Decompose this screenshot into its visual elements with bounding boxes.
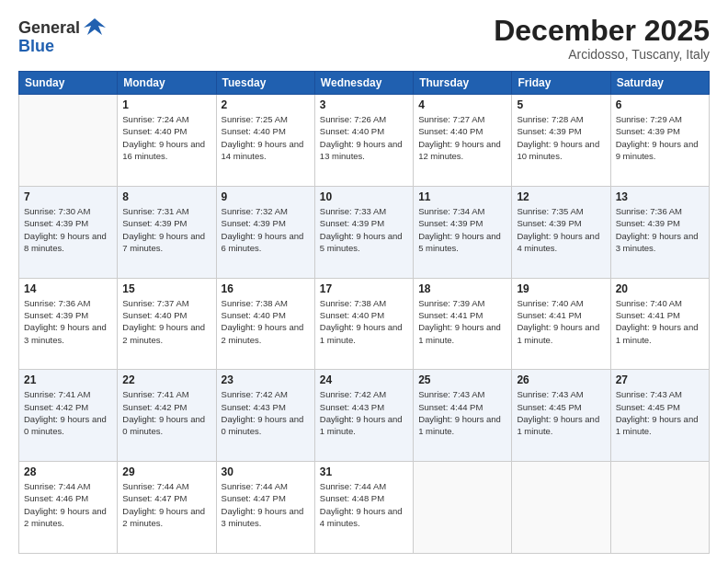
day-number: 10 (320, 190, 408, 203)
day-number: 23 (222, 373, 310, 386)
day-info: Sunrise: 7:34 AMSunset: 4:39 PMDaylight:… (418, 205, 506, 254)
calendar-cell: 8Sunrise: 7:31 AMSunset: 4:39 PMDaylight… (118, 186, 216, 278)
calendar-cell: 21Sunrise: 7:41 AMSunset: 4:42 PMDayligh… (19, 370, 118, 462)
day-info: Sunrise: 7:29 AMSunset: 4:39 PMDaylight:… (616, 113, 704, 162)
day-info: Sunrise: 7:40 AMSunset: 4:41 PMDaylight:… (517, 297, 605, 346)
calendar-cell (610, 462, 709, 554)
calendar-cell: 10Sunrise: 7:33 AMSunset: 4:39 PMDayligh… (314, 186, 413, 278)
calendar-cell: 2Sunrise: 7:25 AMSunset: 4:40 PMDaylight… (216, 95, 314, 187)
calendar-cell: 4Sunrise: 7:27 AMSunset: 4:40 PMDaylight… (414, 95, 512, 187)
weekday-header-friday: Friday (512, 72, 610, 95)
calendar-table: SundayMondayTuesdayWednesdayThursdayFrid… (18, 71, 710, 554)
day-number: 9 (222, 190, 310, 203)
month-title: December 2025 (494, 15, 710, 47)
day-number: 25 (418, 373, 506, 386)
day-number: 31 (320, 465, 408, 478)
calendar-cell: 9Sunrise: 7:32 AMSunset: 4:39 PMDaylight… (216, 186, 314, 278)
calendar-cell: 5Sunrise: 7:28 AMSunset: 4:39 PMDaylight… (512, 95, 610, 187)
day-number: 4 (418, 98, 506, 111)
day-info: Sunrise: 7:42 AMSunset: 4:43 PMDaylight:… (320, 388, 408, 437)
day-info: Sunrise: 7:32 AMSunset: 4:39 PMDaylight:… (222, 205, 310, 254)
calendar-cell (414, 462, 512, 554)
calendar-cell: 11Sunrise: 7:34 AMSunset: 4:39 PMDayligh… (414, 186, 512, 278)
calendar-cell: 7Sunrise: 7:30 AMSunset: 4:39 PMDaylight… (19, 186, 118, 278)
weekday-header-tuesday: Tuesday (216, 72, 314, 95)
calendar-cell: 15Sunrise: 7:37 AMSunset: 4:40 PMDayligh… (118, 278, 216, 370)
day-number: 16 (222, 282, 310, 295)
location-subtitle: Arcidosso, Tuscany, Italy (494, 47, 710, 62)
day-number: 29 (122, 465, 210, 478)
day-info: Sunrise: 7:33 AMSunset: 4:39 PMDaylight:… (320, 205, 408, 254)
calendar-cell: 20Sunrise: 7:40 AMSunset: 4:41 PMDayligh… (610, 278, 709, 370)
day-info: Sunrise: 7:26 AMSunset: 4:40 PMDaylight:… (320, 113, 408, 162)
day-number: 3 (320, 98, 408, 111)
calendar-week-row: 1Sunrise: 7:24 AMSunset: 4:40 PMDaylight… (19, 95, 710, 187)
day-info: Sunrise: 7:24 AMSunset: 4:40 PMDaylight:… (122, 113, 210, 162)
day-info: Sunrise: 7:39 AMSunset: 4:41 PMDaylight:… (418, 297, 506, 346)
day-number: 5 (517, 98, 605, 111)
day-info: Sunrise: 7:42 AMSunset: 4:43 PMDaylight:… (222, 388, 310, 437)
day-number: 27 (616, 373, 704, 386)
logo-general: General (18, 18, 80, 38)
weekday-header-thursday: Thursday (414, 72, 512, 95)
title-block: December 2025 Arcidosso, Tuscany, Italy (494, 15, 710, 62)
calendar-cell: 23Sunrise: 7:42 AMSunset: 4:43 PMDayligh… (216, 370, 314, 462)
calendar-cell: 18Sunrise: 7:39 AMSunset: 4:41 PMDayligh… (414, 278, 512, 370)
weekday-header-monday: Monday (118, 72, 216, 95)
day-info: Sunrise: 7:43 AMSunset: 4:44 PMDaylight:… (418, 388, 506, 437)
day-info: Sunrise: 7:27 AMSunset: 4:40 PMDaylight:… (418, 113, 506, 162)
header: General Blue December 2025 Arcidosso, Tu… (18, 15, 710, 62)
day-number: 22 (122, 373, 210, 386)
calendar-cell: 3Sunrise: 7:26 AMSunset: 4:40 PMDaylight… (314, 95, 413, 187)
calendar-cell: 13Sunrise: 7:36 AMSunset: 4:39 PMDayligh… (610, 186, 709, 278)
day-number: 17 (320, 282, 408, 295)
day-number: 1 (122, 98, 210, 111)
day-info: Sunrise: 7:44 AMSunset: 4:46 PMDaylight:… (24, 480, 112, 529)
day-number: 8 (122, 190, 210, 203)
day-info: Sunrise: 7:44 AMSunset: 4:47 PMDaylight:… (222, 480, 310, 529)
calendar-cell (19, 95, 118, 187)
day-info: Sunrise: 7:36 AMSunset: 4:39 PMDaylight:… (24, 297, 112, 346)
day-info: Sunrise: 7:36 AMSunset: 4:39 PMDaylight:… (616, 205, 704, 254)
day-info: Sunrise: 7:43 AMSunset: 4:45 PMDaylight:… (616, 388, 704, 437)
day-number: 12 (517, 190, 605, 203)
calendar-cell: 28Sunrise: 7:44 AMSunset: 4:46 PMDayligh… (19, 462, 118, 554)
day-number: 11 (418, 190, 506, 203)
calendar-cell: 1Sunrise: 7:24 AMSunset: 4:40 PMDaylight… (118, 95, 216, 187)
day-number: 18 (418, 282, 506, 295)
weekday-header-wednesday: Wednesday (314, 72, 413, 95)
day-number: 20 (616, 282, 704, 295)
logo-bird-icon (82, 15, 108, 40)
day-info: Sunrise: 7:44 AMSunset: 4:47 PMDaylight:… (122, 480, 210, 529)
calendar-cell: 26Sunrise: 7:43 AMSunset: 4:45 PMDayligh… (512, 370, 610, 462)
day-number: 21 (24, 373, 112, 386)
calendar-cell: 14Sunrise: 7:36 AMSunset: 4:39 PMDayligh… (19, 278, 118, 370)
calendar-cell: 17Sunrise: 7:38 AMSunset: 4:40 PMDayligh… (314, 278, 413, 370)
day-number: 30 (222, 465, 310, 478)
day-number: 28 (24, 465, 112, 478)
day-number: 14 (24, 282, 112, 295)
calendar-cell: 24Sunrise: 7:42 AMSunset: 4:43 PMDayligh… (314, 370, 413, 462)
calendar-cell: 31Sunrise: 7:44 AMSunset: 4:48 PMDayligh… (314, 462, 413, 554)
calendar-page: General Blue December 2025 Arcidosso, Tu… (0, 0, 728, 563)
day-info: Sunrise: 7:41 AMSunset: 4:42 PMDaylight:… (24, 388, 112, 437)
day-number: 2 (222, 98, 310, 111)
day-number: 15 (122, 282, 210, 295)
day-info: Sunrise: 7:38 AMSunset: 4:40 PMDaylight:… (320, 297, 408, 346)
day-number: 19 (517, 282, 605, 295)
day-info: Sunrise: 7:40 AMSunset: 4:41 PMDaylight:… (616, 297, 704, 346)
day-info: Sunrise: 7:43 AMSunset: 4:45 PMDaylight:… (517, 388, 605, 437)
day-number: 7 (24, 190, 112, 203)
day-info: Sunrise: 7:41 AMSunset: 4:42 PMDaylight:… (122, 388, 210, 437)
weekday-header-saturday: Saturday (610, 72, 709, 95)
day-info: Sunrise: 7:30 AMSunset: 4:39 PMDaylight:… (24, 205, 112, 254)
day-info: Sunrise: 7:37 AMSunset: 4:40 PMDaylight:… (122, 297, 210, 346)
day-info: Sunrise: 7:25 AMSunset: 4:40 PMDaylight:… (222, 113, 310, 162)
day-number: 13 (616, 190, 704, 203)
calendar-week-row: 14Sunrise: 7:36 AMSunset: 4:39 PMDayligh… (19, 278, 710, 370)
calendar-cell: 25Sunrise: 7:43 AMSunset: 4:44 PMDayligh… (414, 370, 512, 462)
day-info: Sunrise: 7:44 AMSunset: 4:48 PMDaylight:… (320, 480, 408, 529)
calendar-cell: 12Sunrise: 7:35 AMSunset: 4:39 PMDayligh… (512, 186, 610, 278)
weekday-header-row: SundayMondayTuesdayWednesdayThursdayFrid… (19, 72, 710, 95)
calendar-cell: 29Sunrise: 7:44 AMSunset: 4:47 PMDayligh… (118, 462, 216, 554)
